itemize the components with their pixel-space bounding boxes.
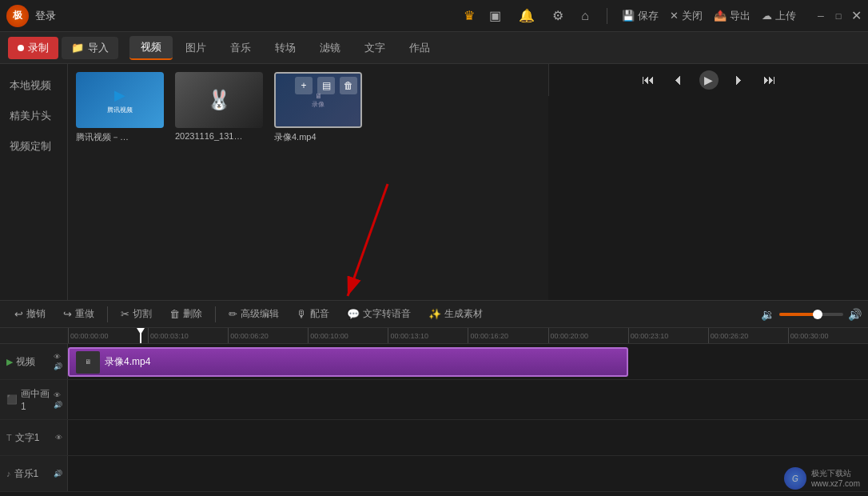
upload-button[interactable]: ☁ 上传 [762, 9, 796, 23]
track-row-text: T 文字1 👁 [0, 420, 868, 456]
media-tabs: 视频 图片 音乐 转场 滤镜 文字 作品 [129, 36, 441, 60]
record-label: 录制 [28, 41, 49, 55]
export-label: 导出 [730, 9, 751, 23]
track-label-pip: ⬛ 画中画1 👁 🔊 [0, 380, 68, 419]
ruler-mark-9: 00:00:30:00 [788, 328, 868, 344]
titlebar-left: 极 登录 [6, 5, 56, 27]
volume-slider[interactable] [779, 313, 843, 316]
timeline-playhead[interactable] [140, 328, 141, 343]
add-to-timeline-btn[interactable]: + [295, 77, 313, 94]
delete-button[interactable]: 🗑 删除 [161, 304, 210, 324]
tab-transition[interactable]: 转场 [264, 37, 307, 59]
close-video-button[interactable]: ✕ 关闭 [670, 9, 703, 23]
timeline-tracks: ▶ 视频 👁 🔊 🖥 录像4.mp4 ⬛ 画中画1 [0, 344, 868, 496]
settings-icon[interactable]: ⚙ [552, 8, 563, 23]
track-content-video[interactable]: 🖥 录像4.mp4 [68, 344, 868, 379]
step-forward-button[interactable]: ⏵ [730, 70, 749, 90]
ruler-mark-3: 00:00:10:00 [308, 328, 388, 344]
edit-separator-1 [107, 306, 108, 322]
skip-end-button[interactable]: ⏭ [760, 70, 779, 90]
media-item-2[interactable]: 🐰 20231116_131… [175, 72, 263, 143]
step-back-button[interactable]: ⏴ [669, 70, 688, 90]
advanced-edit-button[interactable]: ✏ 高级编辑 [221, 304, 287, 324]
tab-filter[interactable]: 滤镜 [309, 37, 352, 59]
pencil-icon: ✏ [229, 308, 237, 320]
media-label-3: 录像4.mp4 [274, 131, 362, 143]
nav-featured[interactable]: 精美片头 [0, 101, 67, 131]
minimize-button[interactable]: ─ [815, 10, 826, 22]
track-label-music: ♪ 音乐1 🔊 [0, 456, 68, 491]
import-label: 导入 [88, 41, 109, 55]
music-track-icon: ♪ [6, 469, 11, 478]
text-eye-icon[interactable]: 👁 [55, 434, 62, 442]
app-title: 登录 [35, 9, 56, 23]
redo-button[interactable]: ↪ 重做 [55, 304, 102, 324]
speech-button[interactable]: 💬 文字转语音 [339, 304, 419, 324]
track-label-text: T 文字1 👁 [0, 420, 68, 455]
track-content-text[interactable] [68, 420, 868, 455]
maximize-button[interactable]: □ [833, 10, 844, 22]
pip-audio-icon[interactable]: 🔊 [54, 401, 62, 409]
cut-icon: ✂ [121, 308, 129, 320]
undo-label: 撤销 [26, 307, 46, 321]
tab-music[interactable]: 音乐 [219, 37, 262, 59]
import-button[interactable]: 📁 导入 [62, 37, 118, 59]
save-icon: 💾 [622, 10, 635, 22]
window-controls: ─ □ ✕ [815, 10, 862, 22]
clip-thumb: 🖥 [76, 351, 100, 374]
edit-separator-2 [215, 306, 216, 322]
audio-button[interactable]: 🎙 配音 [289, 304, 337, 324]
left-panel: 本地视频 精美片头 视频定制 [0, 64, 68, 300]
track-eye-icon[interactable]: 👁 [54, 353, 62, 361]
nav-custom[interactable]: 视频定制 [0, 131, 67, 162]
tab-image[interactable]: 图片 [174, 37, 217, 59]
edit-toolbar: ↩ 撤销 ↪ 重做 ✂ 切割 🗑 删除 ✏ 高级编辑 🎙 配音 💬 文字转语音 … [0, 300, 868, 328]
ruler-mark-6: 00:00:20:00 [548, 328, 628, 344]
track-audio-icon[interactable]: 🔊 [54, 362, 62, 370]
pip-icon: ⬛ [6, 394, 18, 405]
media-thumb-2: 🐰 [175, 72, 263, 128]
main-layout: 本地视频 精美片头 视频定制 ▶ 腾讯视频 腾讯视频－… [0, 64, 868, 300]
upload-icon: ☁ [762, 10, 772, 22]
undo-button[interactable]: ↩ 撤销 [6, 304, 54, 324]
ruler-mark-2: 00:00:06:20 [228, 328, 308, 344]
separator [607, 8, 607, 24]
nav-local-video[interactable]: 本地视频 [0, 70, 67, 101]
ruler-mark-1: 00:00:03:10 [148, 328, 228, 344]
import-icon: 📁 [71, 42, 84, 54]
track-content-pip[interactable] [68, 380, 868, 419]
track-name-pip: 画中画1 [21, 387, 54, 412]
media-thumb-1: ▶ 腾讯视频 [76, 72, 164, 128]
window-close-button[interactable]: ✕ [850, 10, 862, 22]
media-item-1[interactable]: ▶ 腾讯视频 腾讯视频－… [76, 72, 164, 143]
red-arrow-indicator [340, 176, 420, 300]
video-clip-main[interactable]: 🖥 录像4.mp4 [68, 347, 628, 377]
record-button[interactable]: 录制 [8, 37, 58, 59]
tab-text[interactable]: 文字 [353, 37, 396, 59]
save-button[interactable]: 💾 保存 [622, 9, 659, 23]
media-label-2: 20231116_131… [175, 131, 263, 141]
advanced-label: 高级编辑 [241, 307, 279, 321]
skip-start-button[interactable]: ⏮ [639, 70, 658, 90]
export-button[interactable]: 📤 导出 [714, 9, 751, 23]
media-thumb-3: 🖥 录像 + ▤ 🗑 [274, 72, 362, 128]
titlebar-right: ♛ ▣ 🔔 ⚙ ⌂ 💾 保存 ✕ 关闭 📤 导出 ☁ 上传 ─ □ ✕ [464, 8, 862, 24]
media-item-3[interactable]: 🖥 录像 + ▤ 🗑 录像4.mp4 [274, 72, 362, 143]
preview-btn[interactable]: ▤ [317, 77, 335, 94]
pip-eye-icon[interactable]: 👁 [54, 391, 62, 399]
generate-button[interactable]: ✨ 生成素材 [420, 304, 491, 324]
play-button[interactable]: ▶ [699, 70, 719, 90]
preview-container: 🔴 📁 🌐 📝 极速能源网 🌿 极能能源网 [548, 64, 868, 300]
delete-media-btn[interactable]: 🗑 [340, 77, 357, 94]
preview-controls: ⏮ ⏴ ▶ ⏵ ⏭ [549, 64, 868, 96]
music-audio-icon[interactable]: 🔊 [54, 470, 62, 478]
monitor-icon: ▣ [489, 8, 501, 23]
tab-works[interactable]: 作品 [398, 37, 441, 59]
redo-icon: ↪ [63, 308, 72, 320]
ruler-mark-4: 00:00:13:10 [388, 328, 468, 344]
volume-thumb[interactable] [813, 310, 822, 319]
tab-video[interactable]: 视频 [129, 36, 173, 60]
cut-button[interactable]: ✂ 切割 [113, 304, 160, 324]
upload-label: 上传 [775, 9, 796, 23]
track-content-music[interactable] [68, 456, 868, 491]
